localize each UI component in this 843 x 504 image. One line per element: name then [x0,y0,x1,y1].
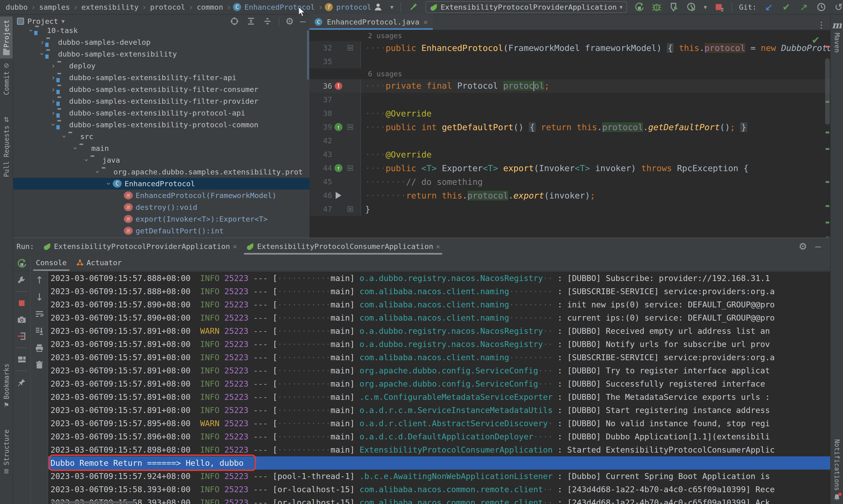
rerun-application-button[interactable] [17,258,27,269]
tree-row[interactable]: ›dubbo-samples-extensibility-protocol-co… [13,119,310,131]
run-settings-gear-icon[interactable]: ⚙ [798,241,807,252]
editor-gutter[interactable]: 47˄ [310,202,361,216]
edit-configuration-wrench-icon[interactable] [17,275,27,285]
profiler-button[interactable] [686,2,697,12]
scroll-to-end-icon[interactable] [34,326,45,336]
fold-end-icon[interactable]: ˄ [348,206,353,212]
editor-scrollbar[interactable] [824,30,830,237]
soft-wrap-icon[interactable] [34,309,45,319]
breadcrumb-item[interactable]: protocol [150,3,185,11]
rerun-button[interactable] [634,2,645,12]
tool-window-button-commit[interactable]: ⊘ Commit [0,62,13,95]
usages-inlay-hint[interactable]: 2 usages [310,30,830,41]
usages-inlay-hint[interactable]: 6 usages [310,68,830,79]
git-update-icon[interactable]: ↙ [764,2,774,12]
code-editor[interactable]: ✔ 2 usages32−····public EnhancedProtocol… [310,30,830,237]
tree-row[interactable]: ›dubbo-samples-develop [13,36,310,48]
fold-minus-icon[interactable]: − [348,45,353,51]
tree-row[interactable]: ›dubbo-samples-extensibility [13,48,310,60]
scrollbar-thumb[interactable] [825,58,830,124]
play-gutter-icon[interactable] [332,192,345,199]
run-line-triangle-icon[interactable] [336,192,341,199]
line-number[interactable]: 39 [310,123,332,131]
tree-row[interactable]: ›deploy [13,60,310,72]
editor-gutter[interactable]: 42 [310,134,361,148]
chevron-down-icon[interactable]: › [93,168,102,176]
editor-gutter[interactable]: 38 [310,107,361,120]
tree-row[interactable]: mdestroy():void [13,201,310,213]
tool-window-button-pull-requests[interactable]: ⇅ Pull Requests [0,116,13,177]
breadcrumb-item[interactable]: common [197,3,223,11]
tree-row[interactable]: ›org.apache.dubbo.samples.extensibility.… [13,166,310,178]
editor-gutter[interactable]: 46 [310,188,361,202]
stop-button[interactable]: 2 [714,2,724,12]
prev-occurrence-icon[interactable]: ↑ [34,275,45,285]
console-horizontal-scrollbar[interactable] [51,501,136,504]
override-gutter-icon[interactable]: ↑ [332,164,345,172]
tab-actuator[interactable]: Actuator [71,254,126,271]
chevron-right-icon[interactable]: › [49,61,57,70]
profiler-chevron-icon[interactable]: ▼ [704,4,707,10]
git-push-icon[interactable]: ↗ [798,2,809,12]
editor-gutter[interactable]: 32− [310,41,361,55]
close-tab-icon[interactable]: ✕ [233,242,237,250]
console-line-highlighted[interactable]: Dubbo Remote Return ======> Hello, dubbo [48,456,830,470]
tool-window-button-maven[interactable]: m Maven [831,19,843,53]
chevron-right-icon[interactable]: › [38,38,46,47]
tool-window-button-structure[interactable]: Structure ≣ [0,430,13,475]
tree-row[interactable]: ›dubbo-samples-extensibility-filter-cons… [13,84,310,95]
build-hammer-icon[interactable] [408,2,418,12]
rollback-icon[interactable]: ↺ [833,2,843,12]
user-icon[interactable] [373,2,383,12]
tree-row[interactable]: mgetDefaultPort():int [13,225,310,237]
next-occurrence-icon[interactable]: ↓ [34,292,45,302]
line-number[interactable]: 43 [310,150,332,159]
close-tab-icon[interactable]: ✕ [424,18,428,26]
line-number[interactable]: 35 [310,57,332,66]
line-number[interactable]: 44 [310,164,332,173]
chevron-right-icon[interactable]: › [49,85,57,94]
tree-row[interactable]: ›CEnhancedProtocol [13,178,310,190]
project-panel-title[interactable]: Project [28,17,58,25]
fold-marker[interactable]: − [345,45,356,51]
run-configuration-select[interactable]: ExtensibilityProtocolProviderApplication… [425,1,627,13]
git-commit-check-icon[interactable]: ✔ [781,2,792,12]
tree-row[interactable]: mexport(Invoker<T>):Exporter<T> [13,213,310,225]
console-output[interactable]: 2023-03-06T09:15:57.888+08:00 INFO 25223… [48,272,830,504]
run-with-coverage-button[interactable] [669,2,679,12]
stop-process-button[interactable] [17,298,27,308]
fold-marker[interactable]: ˄ [345,206,356,212]
tree-row[interactable]: ›main [13,142,310,154]
error-stripe-mark[interactable] [826,46,829,48]
override-method-icon[interactable]: ↑ [334,164,343,172]
fold-marker[interactable]: − [345,124,356,130]
line-number[interactable]: 37 [310,95,332,104]
tree-row[interactable]: mEnhancedProtocol(FrameworkModel) [13,190,310,201]
project-view-chevron-icon[interactable]: ▼ [62,18,65,24]
chevron-down-icon[interactable]: › [60,132,69,141]
editor-gutter[interactable]: 37 [310,93,361,107]
debug-button[interactable] [651,2,662,12]
line-number[interactable]: 45 [310,177,332,186]
breadcrumb-item-field[interactable]: protocol [336,3,371,11]
tool-window-button-project[interactable]: Project [0,17,13,58]
tree-row[interactable]: ›10-task [13,24,310,36]
thread-dump-camera-icon[interactable] [17,314,27,325]
override-gutter-icon[interactable]: ↑ [332,123,345,131]
line-number[interactable]: 47 [310,204,332,214]
editor-tab-enhancedprotocol[interactable]: C EnhancedProtocol.java ✕ [310,14,433,30]
fold-marker[interactable]: − [345,165,356,171]
pin-tab-icon[interactable] [17,377,27,388]
chevron-down-icon[interactable]: › [82,156,91,164]
chevron-right-icon[interactable]: › [49,97,57,106]
breadcrumb-item[interactable]: dubbo [6,3,28,11]
line-number[interactable]: 38 [310,109,332,118]
clear-console-trash-icon[interactable] [34,360,45,370]
error-icon[interactable]: ! [335,82,342,90]
tree-row[interactable]: ›dubbo-samples-extensibility-filter-api [13,72,310,84]
run-tab-provider[interactable]: ExtensibilityProtocolProviderApplication… [39,238,241,255]
tree-row[interactable]: ›dubbo-samples-extensibility-filter-prov… [13,95,310,107]
run-tab-consumer[interactable]: ExtensibilityProtocolConsumerApplication… [243,238,444,255]
history-icon[interactable] [816,2,826,12]
exit-process-icon[interactable] [17,331,27,341]
